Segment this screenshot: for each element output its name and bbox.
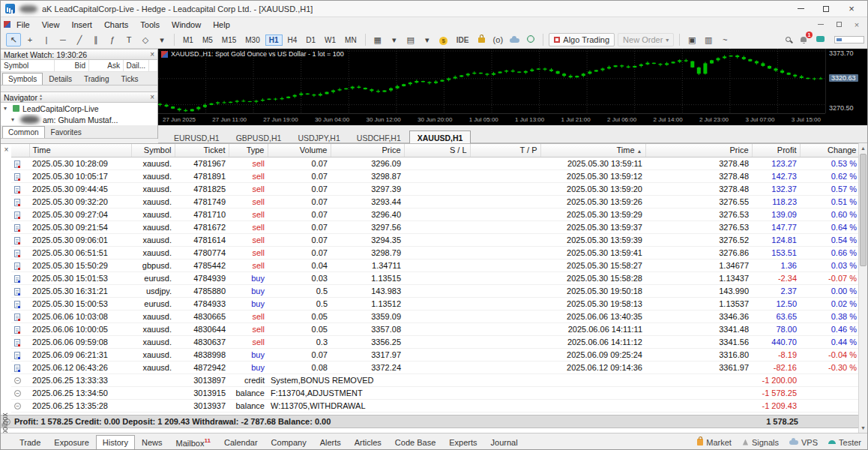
bottom-tab-news[interactable]: News bbox=[135, 435, 169, 450]
status-market[interactable]: Market bbox=[697, 438, 732, 447]
history-row[interactable]: 2025.05.30 15:01:53eurusd.4784939buy0.03… bbox=[11, 272, 860, 284]
child-close-button[interactable]: × bbox=[848, 18, 866, 31]
cascade-windows-icon[interactable]: ▥ bbox=[701, 33, 716, 46]
collapse-icon[interactable]: ▾ bbox=[11, 116, 17, 123]
history-row[interactable]: −2025.06.25 13:35:283013937balanceW:1137… bbox=[11, 399, 860, 412]
chart-menu-icon[interactable] bbox=[4, 21, 10, 28]
close-button[interactable]: × bbox=[839, 1, 864, 16]
history-row[interactable]: −2025.06.25 13:34:503013915balanceF:1137… bbox=[11, 386, 860, 399]
market-watch-column-symbol[interactable]: Symbol bbox=[1, 60, 55, 71]
menu-item-tools[interactable]: Tools bbox=[134, 19, 166, 31]
history-row[interactable]: 2025.05.30 09:32:20xauusd.4781749sell0.0… bbox=[11, 195, 860, 208]
timeframe-h1[interactable]: H1 bbox=[265, 34, 283, 46]
menu-item-insert[interactable]: Insert bbox=[65, 19, 98, 31]
bottom-tab-code-base[interactable]: Code Base bbox=[388, 435, 442, 450]
chart-price-scale[interactable]: 3373.70 3320.63 3270.50 bbox=[825, 49, 868, 113]
status-vps[interactable]: VPS bbox=[789, 438, 818, 447]
market-watch-column-dail[interactable]: Dail... bbox=[124, 60, 149, 71]
status-signals[interactable]: Signals bbox=[742, 438, 779, 447]
scroll-down-icon[interactable]: ▼ bbox=[859, 423, 867, 433]
scroll-down-icon[interactable]: ▾ bbox=[40, 98, 42, 101]
market-watch-close-icon[interactable]: × bbox=[150, 50, 154, 58]
history-row[interactable]: 2025.06.06 10:03:08xauusd.4830665sell0.0… bbox=[11, 310, 860, 322]
navigator-item-account-server[interactable]: ▾ LeadCapitalCorp-Live bbox=[1, 103, 157, 114]
history-row[interactable]: 2025.05.30 15:50:29gbpusd.4785442sell0.0… bbox=[11, 259, 860, 272]
bottom-tab-mailbox[interactable]: Mailbox11 bbox=[169, 434, 217, 450]
menu-item-view[interactable]: View bbox=[36, 19, 66, 31]
channel-icon[interactable]: ∥ bbox=[88, 33, 103, 46]
scroll-up-icon[interactable]: ▲ bbox=[859, 143, 867, 153]
market-watch-tab-ticks[interactable]: Ticks bbox=[115, 73, 144, 85]
bottom-tab-company[interactable]: Company bbox=[265, 435, 313, 450]
timeframe-w1[interactable]: W1 bbox=[321, 34, 340, 46]
timeframe-m30[interactable]: M30 bbox=[241, 34, 263, 46]
child-restore-button[interactable] bbox=[830, 18, 848, 31]
history-row[interactable]: 2025.05.30 09:27:04xauusd.4781710sell0.0… bbox=[11, 208, 860, 220]
child-minimize-button[interactable] bbox=[812, 18, 830, 31]
column-header-price-5[interactable]: Price bbox=[331, 144, 404, 157]
new-order-button[interactable]: New Order ▾ bbox=[618, 33, 674, 46]
column-header-profit-10[interactable]: Profit bbox=[752, 144, 800, 157]
history-row[interactable]: 2025.05.30 06:51:51xauusd.4780774sell0.0… bbox=[11, 246, 860, 259]
history-row[interactable]: −2025.06.25 13:33:333013897creditSystem,… bbox=[11, 374, 860, 386]
objects-dropdown-icon[interactable]: ▾ bbox=[154, 33, 169, 46]
crosshair-icon[interactable]: + bbox=[22, 33, 37, 46]
navigator-close-icon[interactable]: × bbox=[150, 93, 154, 101]
new-chart-icon[interactable]: ▦ bbox=[370, 33, 385, 46]
lock-icon[interactable] bbox=[474, 32, 489, 46]
broadcast-icon[interactable]: (o) bbox=[490, 33, 505, 46]
chart-profile-dropdown-icon[interactable]: ▾ bbox=[420, 33, 435, 46]
history-row[interactable]: 2025.05.30 09:44:45xauusd.4781825sell0.0… bbox=[11, 182, 860, 195]
menu-item-file[interactable]: File bbox=[10, 19, 36, 31]
zigzag-icon[interactable]: ~ bbox=[717, 33, 732, 46]
notifications-icon[interactable]: 1 bbox=[796, 32, 811, 46]
status-tester[interactable]: Tester bbox=[828, 438, 861, 447]
web-terminal-icon[interactable] bbox=[523, 32, 538, 46]
history-row[interactable]: 2025.05.30 15:00:53eurusd.4784933buy0.51… bbox=[11, 297, 860, 310]
collapse-icon[interactable]: ▾ bbox=[4, 105, 10, 112]
menu-item-help[interactable]: Help bbox=[207, 19, 236, 31]
history-row[interactable]: 2025.06.06 10:00:05xauusd.4830644sell0.0… bbox=[11, 322, 860, 335]
timeframe-m15[interactable]: M15 bbox=[218, 34, 240, 46]
market-watch-column-ask[interactable]: Ask bbox=[89, 60, 124, 71]
history-row[interactable]: 2025.06.12 06:43:26xauusd.4872942buy0.08… bbox=[11, 361, 860, 374]
timeframe-m5[interactable]: M5 bbox=[199, 34, 217, 46]
vertical-scrollbar[interactable]: ▲ ▼ bbox=[858, 143, 867, 433]
history-row[interactable]: 2025.05.30 10:28:09xauusd.4781967sell0.0… bbox=[11, 157, 860, 170]
menu-item-window[interactable]: Window bbox=[166, 19, 207, 31]
column-header-symbol-1[interactable]: Symbol bbox=[131, 144, 175, 157]
market-watch-tab-trading[interactable]: Trading bbox=[78, 73, 115, 85]
navigator-scroll-icons[interactable]: ▴▾ bbox=[40, 94, 42, 101]
tile-windows-icon[interactable]: ▣ bbox=[684, 33, 699, 46]
payments-icon[interactable]: $ bbox=[436, 34, 451, 47]
cloud-download-icon[interactable] bbox=[507, 32, 522, 46]
menu-item-charts[interactable]: Charts bbox=[98, 19, 134, 31]
chat-icon[interactable] bbox=[813, 32, 828, 46]
column-header-type-3[interactable]: Type bbox=[229, 144, 268, 157]
bottom-tab-trade[interactable]: Trade bbox=[13, 435, 47, 450]
algo-trading-button[interactable]: Algo Trading bbox=[549, 33, 615, 46]
history-row[interactable]: 2025.06.09 06:21:31xauusd.4838998buy0.07… bbox=[11, 348, 860, 361]
maximize-button[interactable] bbox=[813, 1, 839, 16]
bottom-tab-calendar[interactable]: Calendar bbox=[217, 435, 265, 450]
search-icon[interactable] bbox=[780, 34, 795, 47]
bottom-tab-alerts[interactable]: Alerts bbox=[313, 435, 348, 450]
bottom-tab-experts[interactable]: Experts bbox=[442, 435, 483, 450]
column-header-time-0[interactable]: Time bbox=[29, 144, 131, 157]
scrollbar-thumb[interactable] bbox=[860, 154, 867, 266]
horizontal-line-icon[interactable]: ─ bbox=[55, 33, 70, 46]
navigator-tab-common[interactable]: Common bbox=[2, 126, 45, 138]
market-watch-tab-details[interactable]: Details bbox=[43, 73, 78, 85]
one-click-slider[interactable] bbox=[834, 36, 864, 44]
column-header-sl-6[interactable]: S / L bbox=[404, 144, 470, 157]
history-row[interactable]: 2025.05.30 16:31:21usdjpy.4785880buy0.51… bbox=[11, 284, 860, 297]
timeframe-m1[interactable]: M1 bbox=[179, 34, 197, 46]
column-header-volume-4[interactable]: Volume bbox=[268, 144, 331, 157]
history-row[interactable]: 2025.05.30 09:21:54xauusd.4781672sell0.0… bbox=[11, 220, 860, 233]
chart-canvas[interactable]: XAUUSD.,H1: Spot Gold Ounce vs US Dollar… bbox=[158, 49, 825, 113]
shapes-icon[interactable]: ◇ bbox=[138, 33, 153, 46]
market-watch-tab-symbols[interactable]: Symbols bbox=[2, 73, 43, 85]
bottom-tab-history[interactable]: History bbox=[96, 435, 135, 450]
chart-time-scale[interactable]: 27 Jun 202527 Jun 11:0027 Jun 19:0030 Ju… bbox=[158, 113, 825, 125]
history-row[interactable]: 2025.06.06 09:59:08xauusd.4830637sell0.3… bbox=[11, 335, 860, 348]
